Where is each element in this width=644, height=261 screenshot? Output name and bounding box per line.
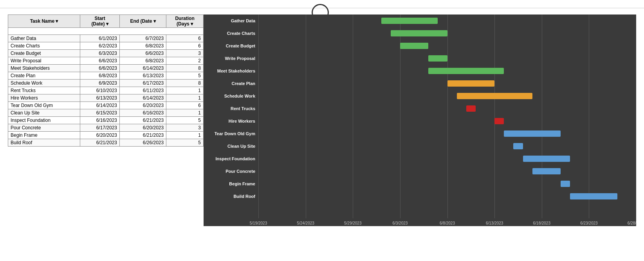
gantt-bar [400,43,428,49]
xaxis-date-label: 6/8/2023 [440,221,455,225]
xaxis-date-label: 5/24/2023 [297,221,314,225]
task-duration: 6 [166,42,204,50]
task-duration: 8 [166,65,204,72]
table-row: Gather Data 6/1/2023 6/7/2023 6 [8,35,204,42]
task-duration: 3 [166,50,204,57]
gantt-bars [258,14,636,218]
gantt-bar [532,168,561,174]
task-end: 6/6/2023 [120,50,166,57]
gantt-bar [494,118,504,124]
gantt-bar [504,130,561,137]
gantt-label: Tear Down Old Gym [204,127,258,140]
table-row: Build Roof 6/21/2023 6/26/2023 5 [8,139,204,147]
task-name: Begin Frame [8,132,80,139]
task-start: 6/9/2023 [80,80,120,87]
gantt-label: Write Proposal [204,52,258,65]
task-duration: 8 [166,80,204,87]
table-row: Create Charts 6/2/2023 6/8/2023 6 [8,42,204,50]
gantt-label: Hire Workers [204,115,258,127]
gantt-label: Create Plan [204,77,258,90]
gantt-bar [513,143,523,149]
task-start: 6/6/2023 [80,57,120,65]
task-end: 6/14/2023 [120,65,166,72]
task-name: Hire Workers [8,94,80,102]
gantt-bar [428,68,504,74]
task-start: 6/8/2023 [80,72,120,80]
table-row: Rent Trucks 6/10/2023 6/11/2023 1 [8,87,204,94]
task-start: 6/15/2023 [80,109,120,117]
task-end: 6/11/2023 [120,87,166,94]
task-name: Schedule Work [8,80,80,87]
task-name: Pour Concrete [8,124,80,132]
task-start: 6/16/2023 [80,117,120,124]
xaxis-date-label: 6/28/2023 [628,221,636,225]
task-duration: 5 [166,139,204,147]
task-duration: 1 [166,87,204,94]
task-name: Create Charts [8,42,80,50]
gantt-label: Meet Stakeholders [204,65,258,77]
task-duration: 5 [166,72,204,80]
xaxis-date-label: 6/23/2023 [580,221,598,225]
gantt-label: Build Roof [204,190,258,203]
gantt-bar [561,181,570,187]
table-row: Begin Frame 6/20/2023 6/21/2023 1 [8,132,204,139]
xaxis-date-label: 5/29/2023 [344,221,362,225]
gantt-bar [466,105,476,112]
task-duration: 6 [166,35,204,42]
task-duration: 2 [166,57,204,65]
gantt-label: Clean Up Site [204,140,258,152]
table-row: Pour Concrete 6/17/2023 6/20/2023 3 [8,124,204,132]
gantt-chart-area: Gather DataCreate ChartsCreate BudgetWri… [204,14,636,226]
task-name: Meet Stakeholders [8,65,80,72]
task-name: Write Proposal [8,57,80,65]
task-start: 6/10/2023 [80,87,120,94]
gantt-bar [457,93,532,99]
task-start: 6/1/2023 [80,35,120,42]
task-end: 6/26/2023 [120,139,166,147]
col-header-start[interactable]: Start(Date) ▾ [80,15,120,28]
col-header-duration[interactable]: Duration(Days ▾ [166,15,204,28]
task-start: 6/13/2023 [80,94,120,102]
task-name: Clean Up Site [8,109,80,117]
task-end: 6/17/2023 [120,80,166,87]
task-name: Inspect Foundation [8,117,80,124]
task-name: Create Plan [8,72,80,80]
task-name: Rent Trucks [8,87,80,94]
col-header-task[interactable]: Task Name ▾ [8,15,80,28]
task-end: 6/13/2023 [120,72,166,80]
task-name: Build Roof [8,139,80,147]
task-start: 6/6/2023 [80,65,120,72]
xaxis-date-label: 5/19/2023 [250,221,267,225]
table-row: Tear Down Old Gym 6/14/2023 6/20/2023 6 [8,102,204,109]
task-table-container: Task Name ▾ Start(Date) ▾ End (Date ▾ Du… [8,14,204,226]
table-row: Meet Stakeholders 6/6/2023 6/14/2023 8 [8,65,204,72]
table-row: Clean Up Site 6/15/2023 6/16/2023 1 [8,109,204,117]
gantt-label: Begin Frame [204,178,258,190]
gantt-inner: Gather DataCreate ChartsCreate BudgetWri… [204,14,636,226]
table-row: Create Plan 6/8/2023 6/13/2023 5 [8,72,204,80]
task-name: Tear Down Old Gym [8,102,80,109]
gantt-bar [523,156,570,162]
task-name: Create Budget [8,50,80,57]
col-header-end[interactable]: End (Date ▾ [120,15,166,28]
task-start: 6/17/2023 [80,124,120,132]
gantt-bar [570,193,617,199]
task-start: 6/2/2023 [80,42,120,50]
task-end: 6/20/2023 [120,124,166,132]
gantt-label: Inspect Foundation [204,152,258,165]
gantt-bar [447,80,495,87]
main-content: Task Name ▾ Start(Date) ▾ End (Date ▾ Du… [0,11,644,230]
gantt-label: Schedule Work [204,90,258,102]
xaxis-date-label: 6/18/2023 [533,221,551,225]
gantt-label: Rent Trucks [204,102,258,115]
task-end: 6/20/2023 [120,102,166,109]
gantt-label: Pour Concrete [204,165,258,178]
table-row: Inspect Foundation 6/16/2023 6/21/2023 5 [8,117,204,124]
gantt-bar [428,55,447,62]
table-row: Write Proposal 6/6/2023 6/8/2023 2 [8,57,204,65]
task-duration: 6 [166,102,204,109]
gantt-xaxis: 5/19/20235/24/20235/29/20236/3/20236/8/2… [258,218,636,226]
task-duration: 5 [166,117,204,124]
gantt-labels: Gather DataCreate ChartsCreate BudgetWri… [204,14,258,226]
xaxis-date-label: 6/13/2023 [486,221,503,225]
